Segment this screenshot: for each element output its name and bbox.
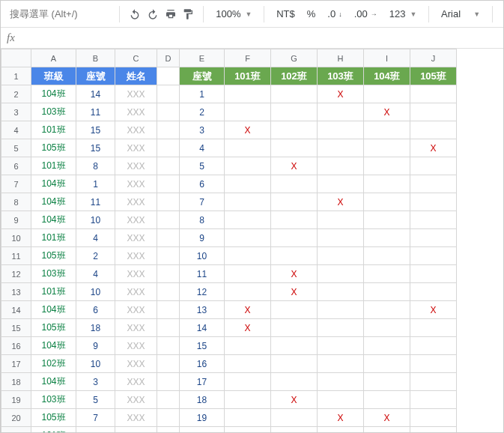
cell[interactable] [318,157,364,175]
cell[interactable]: 15 [180,337,225,355]
cell[interactable] [225,211,271,229]
cell[interactable] [318,319,364,337]
cell[interactable]: 座號 [76,67,115,85]
cell[interactable] [410,247,457,265]
cell[interactable]: XXX [115,85,157,103]
cell[interactable] [225,391,271,409]
cell[interactable]: XXX [115,409,157,427]
cell[interactable] [318,283,364,301]
cell[interactable] [364,157,410,175]
cell[interactable] [410,157,457,175]
cell[interactable] [157,103,180,121]
cell[interactable]: 11 [76,103,115,121]
cell[interactable]: X [364,103,410,121]
cell[interactable]: 104班 [31,85,76,103]
cell[interactable]: 104班 [364,67,410,85]
cell[interactable]: 12 [180,283,225,301]
cell[interactable]: 17 [180,373,225,391]
cell[interactable] [318,139,364,157]
row-header[interactable]: 10 [1,229,31,247]
cell[interactable] [225,157,271,175]
cell[interactable]: 11 [76,193,115,211]
cell[interactable]: 14 [76,85,115,103]
cell[interactable]: X [318,193,364,211]
cell[interactable] [410,373,457,391]
cell[interactable] [157,301,180,319]
cell[interactable]: 8 [180,211,225,229]
cell[interactable] [225,373,271,391]
cell[interactable]: 10 [76,355,115,373]
cell[interactable] [318,355,364,373]
cell[interactable] [157,85,180,103]
cell[interactable]: 101班 [31,157,76,175]
cell[interactable]: X [271,157,318,175]
col-header[interactable]: J [410,49,457,67]
cell[interactable] [364,211,410,229]
cell[interactable] [271,319,318,337]
cell[interactable]: 2 [76,427,115,434]
number-format-select[interactable]: 123▼ [385,4,422,24]
col-header[interactable]: I [364,49,410,67]
cell[interactable] [271,121,318,139]
cell[interactable]: 姓名 [115,67,157,85]
percent-button[interactable]: % [303,4,321,24]
cell[interactable]: 18 [180,391,225,409]
cell[interactable] [225,229,271,247]
cell[interactable]: 105班 [31,319,76,337]
cell[interactable]: 105班 [31,247,76,265]
cell[interactable] [410,175,457,193]
cell[interactable]: X [364,409,410,427]
cell[interactable]: 6 [76,301,115,319]
cell[interactable] [157,157,180,175]
row-header[interactable]: 18 [1,373,31,391]
search-input[interactable] [7,4,112,24]
cell[interactable] [318,301,364,319]
col-header[interactable]: E [180,49,225,67]
cell[interactable] [157,427,180,434]
cell[interactable] [364,319,410,337]
cell[interactable]: XXX [115,247,157,265]
cell[interactable] [157,319,180,337]
cell[interactable] [364,337,410,355]
cell[interactable] [271,175,318,193]
cell[interactable] [364,283,410,301]
cell[interactable] [157,139,180,157]
undo-button[interactable] [127,4,142,24]
cell[interactable] [318,121,364,139]
cell[interactable]: XXX [115,211,157,229]
cell[interactable] [318,373,364,391]
cell[interactable] [364,193,410,211]
cell[interactable]: 座號 [180,67,225,85]
cell[interactable]: 9 [76,337,115,355]
cell[interactable]: 7 [180,193,225,211]
cell[interactable]: 2 [180,103,225,121]
cell[interactable]: XXX [115,193,157,211]
cell[interactable]: XXX [115,301,157,319]
paint-format-button[interactable] [181,4,196,24]
cell[interactable] [410,391,457,409]
cell[interactable]: 104班 [31,337,76,355]
cell[interactable] [157,391,180,409]
cell[interactable] [364,139,410,157]
cell[interactable]: 9 [180,229,225,247]
cell[interactable] [225,409,271,427]
cell[interactable] [157,193,180,211]
cell[interactable]: 104班 [31,373,76,391]
cell[interactable]: 13 [180,301,225,319]
cell[interactable] [225,247,271,265]
row-header[interactable]: 17 [1,355,31,373]
cell[interactable]: 4 [76,265,115,283]
cell[interactable]: XXX [115,229,157,247]
redo-button[interactable] [145,4,160,24]
cell[interactable]: 5 [180,157,225,175]
cell[interactable] [157,355,180,373]
cell[interactable] [225,427,271,434]
cell[interactable] [410,265,457,283]
cell[interactable] [157,211,180,229]
cell[interactable] [364,247,410,265]
row-header[interactable]: 3 [1,103,31,121]
cell[interactable]: 18 [76,319,115,337]
cell[interactable] [225,265,271,283]
cell[interactable] [225,337,271,355]
row-header[interactable]: 1 [1,67,31,85]
